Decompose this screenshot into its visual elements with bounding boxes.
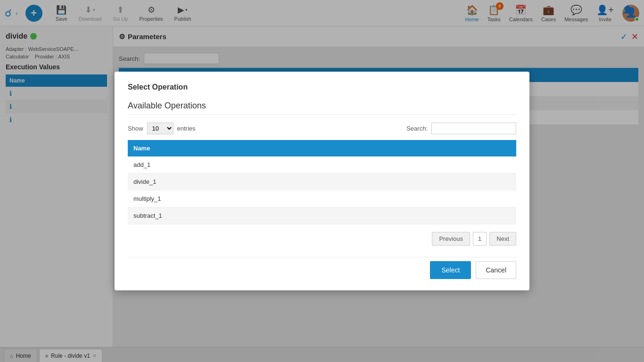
op-name: multiply_1 [128, 190, 516, 207]
op-name: add_1 [128, 156, 516, 173]
prev-button[interactable]: Previous [432, 232, 470, 246]
modal-dialog: Select Operation Available Operations Sh… [115, 72, 529, 290]
select-button[interactable]: Select [430, 261, 471, 279]
modal-controls: Show 102550100 entries Search: [128, 123, 516, 134]
pagination-row: Previous 1 Next [128, 232, 516, 246]
list-item[interactable]: multiply_1 [128, 190, 516, 207]
ops-name-col: Name [128, 140, 516, 156]
show-row: Show 102550100 entries [128, 123, 196, 134]
modal-title: Select Operation [128, 83, 516, 91]
modal-search-label: Search: [406, 125, 428, 132]
cancel-button[interactable]: Cancel [476, 261, 516, 279]
show-label: Show [128, 125, 143, 132]
list-item[interactable]: subtract_1 [128, 207, 516, 224]
list-item[interactable]: add_1 [128, 156, 516, 173]
modal-section-title: Available Operations [128, 101, 516, 115]
modal-footer: Select Cancel [128, 257, 516, 279]
page-number: 1 [473, 232, 487, 246]
entries-label: entries [177, 125, 196, 132]
modal-overlay: Select Operation Available Operations Sh… [0, 0, 644, 362]
next-button[interactable]: Next [489, 232, 516, 246]
list-item[interactable]: divide_1 [128, 173, 516, 190]
modal-search-row: Search: [406, 123, 516, 134]
modal-search-input[interactable] [431, 123, 516, 134]
operations-table: Name add_1divide_1multiply_1subtract_1 [128, 140, 516, 224]
show-select[interactable]: 102550100 [147, 123, 173, 134]
op-name: divide_1 [128, 173, 516, 190]
op-name: subtract_1 [128, 207, 516, 224]
